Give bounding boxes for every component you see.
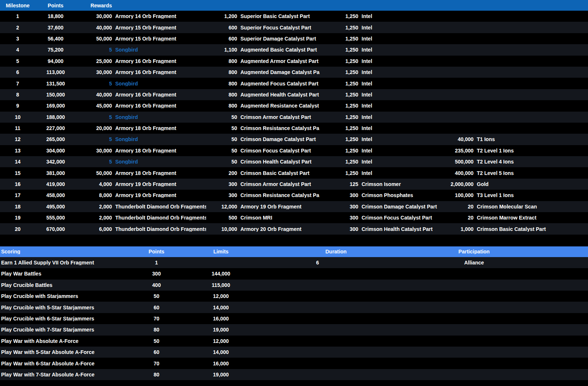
milestone-row: 11227,00020,000Armory 18 Orb Fragment50C… (0, 123, 588, 134)
scoring-row: Play Crucible with 7-Star Starjammers801… (0, 324, 588, 335)
scoring-header-row: Scoring Points Limits Duration Participa… (0, 246, 588, 257)
reward-name: Intel (359, 148, 438, 153)
scoring-limit: 16,000 (188, 316, 254, 321)
reward-link[interactable]: Songbird (113, 81, 206, 86)
scoring-name: Play War with 5-Star Absolute A-Force (0, 350, 125, 355)
reward-qty: 50,000 (76, 171, 113, 176)
reward-link[interactable]: Songbird (113, 137, 206, 142)
milestones-header-row: Milestone Points Rewards (0, 0, 588, 11)
reward-qty: 1,200 (206, 14, 238, 19)
reward-qty: 1,250 (324, 36, 359, 41)
reward-qty: 12,000 (206, 204, 238, 209)
reward-name: Crimson Resistance Catalyst Pa (238, 126, 324, 131)
milestone-row: 6113,00030,000Armory 16 Orb Fragment800A… (0, 67, 588, 78)
milestone-number: 18 (0, 204, 35, 209)
reward-name: Intel (359, 25, 438, 30)
reward-name: Crimson Isomer (359, 182, 438, 187)
scoring-limit: 144,000 (188, 271, 254, 276)
scoring-name: Play Crucible with 5-Star Starjammers (0, 305, 125, 310)
reward-qty: 300 (324, 215, 359, 220)
scoring-row: Play Crucible Battles400115,000 (0, 280, 588, 291)
milestone-points: 131,500 (35, 81, 76, 86)
milestone-points: 56,400 (35, 36, 76, 41)
reward-name: Crimson Armor Catalyst Part (238, 182, 324, 187)
reward-qty: 1,250 (324, 126, 359, 131)
milestone-number: 6 (0, 70, 35, 75)
milestone-row: 7131,5005Songbird800Augmented Focus Cata… (0, 78, 588, 89)
scoring-points: 400 (125, 283, 188, 288)
milestone-number: 2 (0, 25, 35, 30)
col-header-rewards: Rewards (76, 3, 113, 8)
reward-name: Intel (359, 171, 438, 176)
milestone-row: 356,40050,000Armory 15 Orb Fragment600Su… (0, 33, 588, 44)
milestone-number: 13 (0, 148, 35, 153)
reward-qty: 40,000 (76, 25, 113, 30)
reward-name: Crimson Health Catalyst Part (238, 159, 324, 164)
scoring-limit: 16,000 (188, 361, 254, 366)
reward-link[interactable]: Songbird (113, 47, 206, 52)
milestone-points: 419,000 (35, 182, 76, 187)
reward-qty: 1,100 (206, 47, 238, 52)
reward-name: Intel (359, 137, 438, 142)
scoring-name: Play Crucible Battles (0, 283, 125, 288)
scoring-row: Play War with 6-Star Absolute A-Force701… (0, 358, 588, 369)
milestone-row: 10188,0005Songbird50Crimson Armor Cataly… (0, 112, 588, 123)
col-header-duration: Duration (254, 249, 381, 254)
reward-qty: 50,000 (76, 36, 113, 41)
reward-name: Armory 18 Orb Fragment (113, 171, 206, 176)
scoring-name: Play Crucible with Starjammers (0, 294, 125, 299)
scoring-points: 70 (125, 316, 188, 321)
milestone-number: 7 (0, 81, 35, 86)
reward-qty: 1,250 (324, 59, 359, 64)
scoring-limit: 14,000 (188, 350, 254, 355)
reward-name: Crimson Molecular Scan (474, 204, 588, 209)
reward-name: Armory 19 Orb Fragment (113, 193, 206, 198)
reward-qty: 20 (438, 204, 474, 209)
reward-name: Armory 16 Orb Fragment (113, 70, 206, 75)
reward-link[interactable]: Songbird (113, 159, 206, 164)
reward-name: Armory 18 Orb Fragment (113, 126, 206, 131)
milestone-row: 14342,0005Songbird50Crimson Health Catal… (0, 156, 588, 167)
milestone-number: 16 (0, 182, 35, 187)
milestone-row: 9169,00045,000Armory 16 Orb Fragment800A… (0, 100, 588, 111)
reward-qty: 45,000 (76, 103, 113, 108)
reward-qty: 5 (76, 115, 113, 120)
milestone-number: 19 (0, 215, 35, 220)
reward-name: Armory 19 Orb Fragment (238, 204, 324, 209)
milestone-points: 18,800 (35, 14, 76, 19)
reward-name: Crimson Damage Catalyst Part (359, 204, 438, 209)
reward-name: Intel (359, 36, 438, 41)
reward-link[interactable]: Songbird (113, 115, 206, 120)
col-header-milestone: Milestone (0, 3, 35, 8)
milestone-points: 94,000 (35, 59, 76, 64)
scoring-table: Scoring Points Limits Duration Participa… (0, 246, 588, 380)
milestone-points: 169,000 (35, 103, 76, 108)
milestone-number: 1 (0, 14, 35, 19)
milestone-points: 37,600 (35, 25, 76, 30)
reward-qty: 50 (206, 148, 238, 153)
scoring-points: 80 (125, 327, 188, 332)
reward-qty: 5 (76, 159, 113, 164)
scoring-row: Earn 1 Allied Supply VII Orb Fragment16A… (0, 257, 588, 268)
milestone-number: 9 (0, 103, 35, 108)
reward-qty: 30,000 (76, 70, 113, 75)
milestones-table: Milestone Points Rewards 118,80030,000Ar… (0, 0, 588, 235)
milestone-row: 8150,00040,000Armory 16 Orb Fragment800A… (0, 89, 588, 100)
reward-name: Thunderbolt Diamond Orb Fragments (113, 204, 206, 209)
scoring-points: 300 (125, 271, 188, 276)
milestone-row: 12265,0005Songbird50Crimson Damage Catal… (0, 134, 588, 145)
milestone-row: 13304,00030,000Armory 18 Orb Fragment50C… (0, 145, 588, 156)
reward-qty: 100,000 (438, 193, 474, 198)
reward-qty: 20,000 (76, 126, 113, 131)
reward-qty: 4,000 (76, 182, 113, 187)
reward-name: Augmented Damage Catalyst Pa (238, 70, 324, 75)
milestone-points: 342,000 (35, 159, 76, 164)
col-header-scoring: Scoring (0, 249, 125, 254)
reward-name: Intel (359, 47, 438, 52)
scoring-limit: 19,000 (188, 327, 254, 332)
milestone-points: 113,000 (35, 70, 76, 75)
reward-qty: 2,000,000 (438, 182, 474, 187)
reward-qty: 40,000 (438, 137, 474, 142)
milestone-number: 15 (0, 171, 35, 176)
reward-name: Intel (359, 81, 438, 86)
